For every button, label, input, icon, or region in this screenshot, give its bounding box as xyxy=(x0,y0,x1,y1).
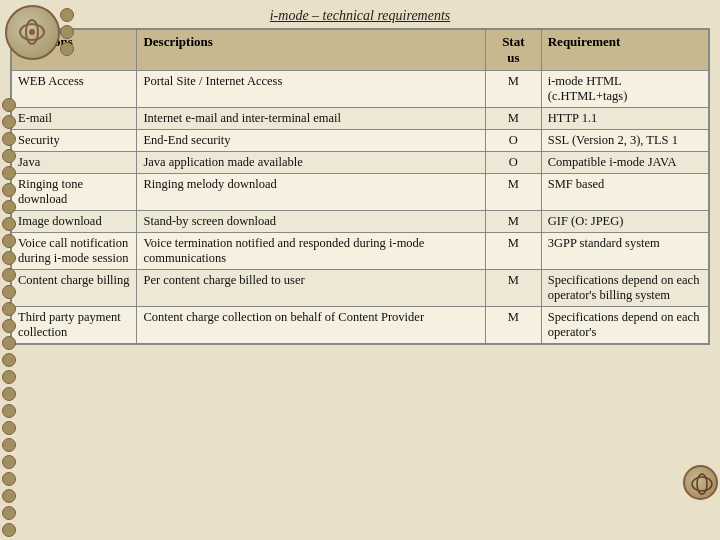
cell-description: Ringing melody download xyxy=(137,174,486,211)
cell-description: Portal Site / Internet Access xyxy=(137,71,486,108)
table-row: JavaJava application made availableOComp… xyxy=(12,152,709,174)
cell-function: Ringing tone download xyxy=(12,174,137,211)
cell-function: Image download xyxy=(12,211,137,233)
cell-status: O xyxy=(485,152,541,174)
cell-description: Stand-by screen download xyxy=(137,211,486,233)
cell-status: M xyxy=(485,108,541,130)
cell-status: M xyxy=(485,71,541,108)
cell-description: Java application made available xyxy=(137,152,486,174)
cell-requirement: 3GPP standard system xyxy=(541,233,708,270)
cell-requirement: GIF (O: JPEG) xyxy=(541,211,708,233)
cell-status: O xyxy=(485,130,541,152)
cell-description: Internet e-mail and inter-terminal email xyxy=(137,108,486,130)
cell-function: Third party payment collection xyxy=(12,307,137,344)
cell-requirement: i-mode HTML (c.HTML+tags) xyxy=(541,71,708,108)
cell-description: Per content charge billed to user xyxy=(137,270,486,307)
table-row: Content charge billingPer content charge… xyxy=(12,270,709,307)
cell-function: Voice call notification during i-mode se… xyxy=(12,233,137,270)
logo-area xyxy=(5,5,85,85)
cell-status: M xyxy=(485,233,541,270)
cell-function: Security xyxy=(12,130,137,152)
cell-requirement: Specifications depend on each operator's xyxy=(541,307,708,344)
bottom-right-decor xyxy=(678,440,718,500)
left-decorative-dots xyxy=(0,95,18,540)
svg-point-2 xyxy=(29,29,35,35)
logo-icon xyxy=(5,5,60,60)
cell-status: M xyxy=(485,174,541,211)
cell-function: Content charge billing xyxy=(12,270,137,307)
cell-requirement: SMF based xyxy=(541,174,708,211)
header-descriptions: Descriptions xyxy=(137,30,486,71)
cell-status: M xyxy=(485,270,541,307)
decor-circle xyxy=(683,465,718,500)
table-row: Ringing tone downloadRinging melody down… xyxy=(12,174,709,211)
cell-function: Java xyxy=(12,152,137,174)
page: i-mode – technical requirements Function… xyxy=(0,0,720,540)
table-row: Image downloadStand-by screen downloadMG… xyxy=(12,211,709,233)
svg-point-3 xyxy=(692,477,712,491)
page-title: i-mode – technical requirements xyxy=(0,0,720,28)
cell-requirement: SSL (Version 2, 3), TLS 1 xyxy=(541,130,708,152)
table-row: Voice call notification during i-mode se… xyxy=(12,233,709,270)
cell-status: M xyxy=(485,307,541,344)
cell-status: M xyxy=(485,211,541,233)
cell-requirement: Specifications depend on each operator's… xyxy=(541,270,708,307)
header-status: Status xyxy=(485,30,541,71)
cell-description: Voice termination notified and responded… xyxy=(137,233,486,270)
cell-requirement: HTTP 1.1 xyxy=(541,108,708,130)
cell-requirement: Compatible i-mode JAVA xyxy=(541,152,708,174)
cell-function: E-mail xyxy=(12,108,137,130)
table-row: E-mailInternet e-mail and inter-terminal… xyxy=(12,108,709,130)
table-row: SecurityEnd-End securityOSSL (Version 2,… xyxy=(12,130,709,152)
table-row: Third party payment collectionContent ch… xyxy=(12,307,709,344)
cell-description: Content charge collection on behalf of C… xyxy=(137,307,486,344)
main-table-container: Functions Descriptions Status Requiremen… xyxy=(10,28,710,345)
cell-description: End-End security xyxy=(137,130,486,152)
requirements-table: Functions Descriptions Status Requiremen… xyxy=(11,29,709,344)
header-requirement: Requirement xyxy=(541,30,708,71)
table-row: WEB AccessPortal Site / Internet AccessM… xyxy=(12,71,709,108)
